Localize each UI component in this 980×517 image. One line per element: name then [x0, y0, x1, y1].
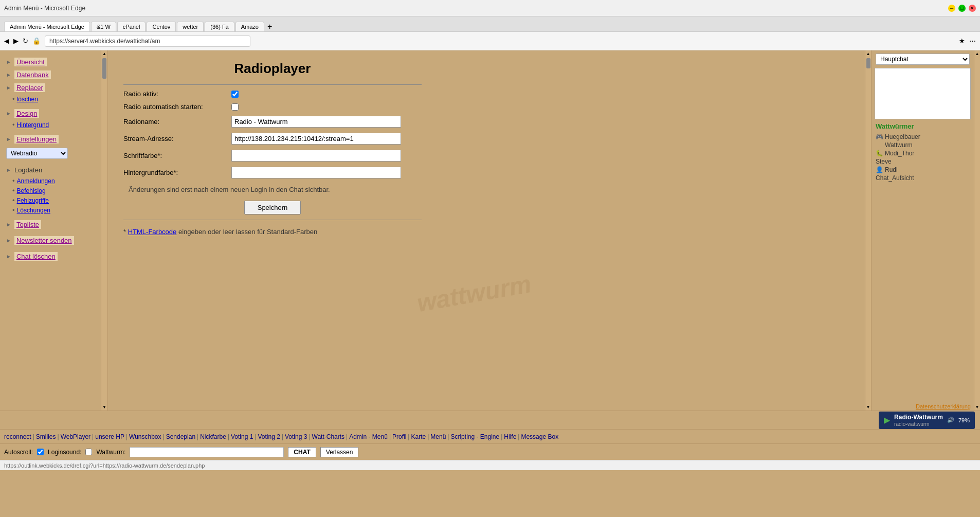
einstellungen-select[interactable]: Webradio Einstellungen 1 Einstellungen 2: [6, 148, 68, 159]
link-karte[interactable]: Karte: [411, 433, 426, 440]
sidebar-subitem-loschungen[interactable]: Löschungen: [0, 205, 101, 215]
scroll-up-icon[interactable]: ▲: [102, 51, 106, 56]
link-scripting-engine[interactable]: Scripting - Engine: [450, 433, 499, 440]
radio-auto-checkbox[interactable]: [231, 103, 239, 111]
chat-input[interactable]: [130, 447, 284, 457]
link-sendeplan[interactable]: Sendeplan: [166, 433, 195, 440]
tab-centov[interactable]: Centov: [147, 22, 176, 31]
sidebar-item-chat-loschen[interactable]: ► Chat löschen: [0, 250, 101, 263]
schriftfarbe-input[interactable]: [231, 150, 401, 162]
sidebar-scrollbar[interactable]: ▲ ▼: [101, 50, 107, 411]
sidebar-sublink-hintergrund[interactable]: Hintergrund: [17, 121, 49, 129]
form-title: Radioplayer: [123, 61, 422, 77]
link-smilies[interactable]: Smilies: [36, 433, 56, 440]
loginsound-checkbox[interactable]: [85, 449, 92, 455]
save-button[interactable]: Speichern: [244, 201, 301, 215]
sidebar: ► Übersicht ► Datenbank ► Replacer lösch…: [0, 50, 101, 411]
content-scroll-down-icon[interactable]: ▼: [866, 405, 870, 409]
chat-scrollbar[interactable]: ▲ ▼: [974, 50, 980, 411]
user-emoji-modi: 🐛: [876, 150, 883, 157]
tab-active[interactable]: Admin Menü - Microsoft Edge: [4, 22, 90, 31]
sidebar-link-replacer[interactable]: Replacer: [14, 83, 45, 92]
sidebar-item-einstellungen[interactable]: ► Einstellungen: [0, 133, 101, 146]
sidebar-item-datenbank[interactable]: ► Datenbank: [0, 68, 101, 81]
sidebar-link-ubersicht[interactable]: Übersicht: [14, 58, 47, 66]
privacy-link[interactable]: Datenschutzerklärung: [872, 402, 974, 411]
radioname-input[interactable]: [231, 116, 401, 128]
refresh-icon[interactable]: ↻: [23, 37, 28, 45]
sidebar-subitem-befehlslog[interactable]: Befehlslog: [0, 186, 101, 195]
link-reconnect[interactable]: reconnect: [4, 433, 31, 440]
volume-icon[interactable]: 🔊: [947, 417, 954, 423]
maximize-button[interactable]: □: [958, 5, 966, 12]
favorites-icon[interactable]: ★: [959, 37, 965, 45]
radio-aktiv-checkbox[interactable]: [231, 91, 239, 98]
sidebar-item-newsletter[interactable]: ► Newsletter senden: [0, 234, 101, 247]
sidebar-link-chat-loschen[interactable]: Chat löschen: [14, 252, 58, 261]
sidebar-dropdown-einstellungen[interactable]: Webradio Einstellungen 1 Einstellungen 2: [6, 148, 95, 159]
link-menu[interactable]: Menü: [430, 433, 446, 440]
link-nickfarbe[interactable]: Nickfarbe: [200, 433, 226, 440]
sidebar-link-design[interactable]: Design: [14, 109, 39, 118]
tab-facebook[interactable]: (36) Fa: [205, 22, 234, 31]
sidebar-link-topliste[interactable]: Topliste: [14, 220, 41, 229]
sidebar-link-datenbank[interactable]: Datenbank: [14, 70, 51, 79]
content-scroll-up-icon[interactable]: ▲: [866, 51, 870, 56]
link-unsere-hp[interactable]: unsere HP: [95, 433, 124, 440]
sidebar-sublink-anmeldungen[interactable]: Anmeldungen: [17, 177, 55, 185]
verlassen-button[interactable]: Verlassen: [320, 447, 359, 457]
hintergrundfarbe-input[interactable]: [231, 167, 401, 179]
watermark: wattwurm: [415, 270, 533, 317]
sidebar-link-newsletter[interactable]: Newsletter senden: [14, 236, 74, 245]
sidebar-subitem-fehlzugriffe[interactable]: Fehlzugriffe: [0, 195, 101, 205]
tab-wetter[interactable]: wetter: [177, 22, 204, 31]
link-voting3[interactable]: Voting 3: [285, 433, 307, 440]
sidebar-sublink-loschungen[interactable]: Löschungen: [17, 207, 50, 214]
close-button[interactable]: ✕: [969, 5, 976, 12]
sidebar-item-topliste[interactable]: ► Topliste: [0, 218, 101, 231]
radio-auto-label: Radio automatisch starten:: [123, 103, 226, 111]
tab-cpanel[interactable]: cPanel: [117, 22, 146, 31]
menu-icon[interactable]: ⋯: [969, 37, 976, 45]
link-voting2[interactable]: Voting 2: [258, 433, 280, 440]
browser-toolbar: ◀ ▶ ↻ 🔒 ★ ⋯: [0, 32, 980, 50]
sidebar-sublink-loschen[interactable]: löschen: [17, 96, 38, 103]
content-scroll-thumb: [866, 58, 870, 68]
link-profil[interactable]: Profil: [392, 433, 406, 440]
chat-scroll-down-icon[interactable]: ▼: [975, 405, 979, 409]
window-controls[interactable]: ─ □ ✕: [948, 5, 976, 12]
back-icon[interactable]: ◀: [4, 37, 9, 45]
chat-channel-select[interactable]: Hauptchat Chat 2: [876, 54, 970, 65]
forward-icon[interactable]: ▶: [13, 37, 19, 45]
chat-send-button[interactable]: CHAT: [288, 447, 316, 457]
link-admin-menu[interactable]: Admin - Menü: [349, 433, 388, 440]
scroll-down-icon[interactable]: ▼: [102, 405, 106, 409]
stream-input[interactable]: [231, 133, 401, 145]
content-scrollbar[interactable]: ▲ ▼: [865, 50, 871, 411]
link-message-box[interactable]: Message Box: [521, 433, 558, 440]
sidebar-subitem-anmeldungen[interactable]: Anmeldungen: [0, 176, 101, 186]
minimize-button[interactable]: ─: [948, 5, 955, 12]
tab-amazon[interactable]: Amazo: [235, 22, 264, 31]
sidebar-link-einstellungen[interactable]: Einstellungen: [14, 135, 59, 144]
link-webplayer[interactable]: WebPlayer: [61, 433, 90, 440]
address-bar[interactable]: [45, 35, 250, 47]
chat-scroll-up-icon[interactable]: ▲: [975, 51, 979, 56]
link-voting1[interactable]: Voting 1: [231, 433, 253, 440]
sidebar-subitem-loschen[interactable]: löschen: [0, 94, 101, 104]
play-icon[interactable]: ▶: [884, 415, 890, 425]
link-hilfe[interactable]: Hilfe: [504, 433, 516, 440]
sidebar-item-logdaten[interactable]: ► Logdaten: [0, 164, 101, 176]
sidebar-item-ubersicht[interactable]: ► Übersicht: [0, 56, 101, 68]
sidebar-subitem-hintergrund[interactable]: Hintergrund: [0, 120, 101, 130]
autoscroll-checkbox[interactable]: [37, 449, 44, 455]
sidebar-item-replacer[interactable]: ► Replacer: [0, 81, 101, 94]
add-tab-icon[interactable]: +: [267, 22, 272, 31]
sidebar-sublink-fehlzugriffe[interactable]: Fehlzugriffe: [17, 197, 49, 204]
link-wunschbox[interactable]: Wunschbox: [129, 433, 161, 440]
sidebar-sublink-befehlslog[interactable]: Befehlslog: [17, 187, 46, 194]
html-farbcode-link[interactable]: HTML-Farbcode: [128, 228, 177, 236]
link-watt-charts[interactable]: Watt-Charts: [312, 433, 345, 440]
tab-1w[interactable]: &1 W: [91, 22, 116, 31]
sidebar-item-design[interactable]: ► Design: [0, 107, 101, 120]
